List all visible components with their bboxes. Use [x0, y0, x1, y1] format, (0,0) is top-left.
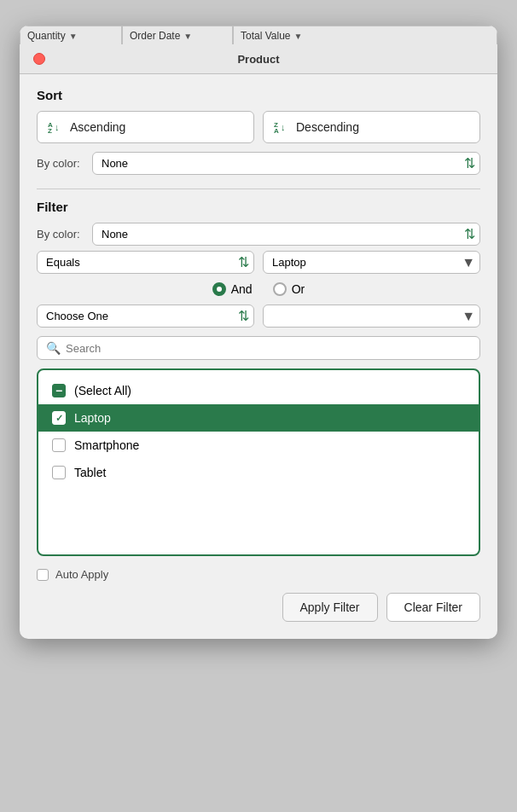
svg-text:↓: ↓: [55, 122, 60, 132]
tablet-item[interactable]: Tablet: [38, 459, 479, 486]
search-icon: 🔍: [46, 341, 61, 355]
or-radio[interactable]: [273, 282, 287, 296]
laptop-label: Laptop: [74, 411, 111, 425]
filter-value-select[interactable]: Laptop Smartphone Tablet: [263, 251, 480, 274]
orderdate-label: Order Date: [130, 30, 180, 42]
auto-apply-checkbox[interactable]: [37, 569, 49, 581]
sort-color-select[interactable]: None: [92, 152, 480, 175]
tablet-checkbox[interactable]: [52, 466, 66, 479]
totalvalue-label: Total Value: [241, 30, 290, 42]
second-filter-row: Choose One Equals Does not equal Begins …: [37, 304, 480, 328]
quantity-col-header[interactable]: Quantity ▼: [20, 26, 122, 46]
tablet-label: Tablet: [74, 466, 106, 479]
title-bar: Product: [20, 44, 497, 74]
value-select-wrapper: Laptop Smartphone Tablet ▼: [263, 251, 480, 274]
filter-color-select-wrapper: None ⇅: [92, 223, 480, 246]
or-option[interactable]: Or: [273, 282, 305, 296]
and-radio[interactable]: [212, 282, 226, 296]
descending-label: Descending: [296, 120, 359, 134]
ascending-icon: A Z ↓: [48, 119, 65, 136]
auto-apply-row: Auto Apply: [37, 568, 480, 581]
select-all-item[interactable]: − (Select All): [38, 377, 479, 404]
search-box: 🔍: [37, 336, 480, 360]
ascending-button[interactable]: A Z ↓ Ascending: [37, 111, 254, 143]
sort-buttons-row: A Z ↓ Ascending Z A ↓: [37, 111, 480, 143]
condition-select-wrapper: Equals Does not equal Begins with Ends w…: [37, 251, 254, 274]
totalvalue-filter-icon: ▼: [293, 32, 302, 41]
laptop-checkbox[interactable]: ✓: [52, 411, 66, 425]
laptop-item[interactable]: ✓ Laptop: [38, 404, 479, 432]
search-input[interactable]: [66, 342, 471, 355]
and-label: And: [231, 282, 253, 296]
second-condition-select[interactable]: Choose One Equals Does not equal Begins …: [37, 304, 254, 328]
descending-button[interactable]: Z A ↓ Descending: [263, 111, 480, 143]
filter-color-row: By color: None ⇅: [37, 223, 480, 246]
svg-text:↓: ↓: [281, 122, 286, 132]
filter-section: Filter By color: None ⇅ Equals Does not …: [37, 200, 480, 622]
filter-condition-row: Equals Does not equal Begins with Ends w…: [37, 251, 480, 274]
second-condition-wrapper: Choose One Equals Does not equal Begins …: [37, 304, 254, 328]
window-title: Product: [237, 53, 279, 66]
filter-window: Quantity ▼ Order Date ▼ Total Value ▼ Pr…: [20, 26, 497, 639]
smartphone-item[interactable]: Smartphone: [38, 432, 479, 459]
filter-label: Filter: [37, 200, 480, 214]
clear-filter-button[interactable]: Clear Filter: [386, 593, 480, 622]
orderdate-filter-icon: ▼: [183, 32, 192, 41]
and-option[interactable]: And: [212, 282, 253, 296]
auto-apply-label: Auto Apply: [55, 568, 108, 581]
apply-filter-button[interactable]: Apply Filter: [282, 593, 378, 622]
and-or-row: And Or: [37, 282, 480, 296]
window-body: Sort A Z ↓ Ascending Z: [20, 74, 497, 639]
smartphone-label: Smartphone: [74, 438, 139, 452]
filter-color-label: By color:: [37, 228, 84, 241]
action-buttons: Apply Filter Clear Filter: [37, 593, 480, 622]
sort-color-row: By color: None ⇅: [37, 152, 480, 175]
select-all-label: (Select All): [74, 384, 131, 397]
second-value-select[interactable]: [263, 304, 480, 328]
close-button[interactable]: [33, 53, 45, 65]
quantity-label: Quantity: [27, 30, 66, 42]
ascending-label: Ascending: [70, 120, 125, 134]
quantity-filter-icon: ▼: [69, 32, 78, 41]
sort-color-label: By color:: [37, 157, 84, 170]
sort-color-select-wrapper: None ⇅: [92, 152, 480, 175]
filter-list: − (Select All) ✓ Laptop Smartphone Table…: [37, 368, 480, 556]
descending-icon: Z A ↓: [274, 119, 291, 136]
svg-text:A: A: [274, 127, 279, 135]
section-divider: [37, 188, 480, 189]
sort-label: Sort: [37, 88, 480, 102]
or-label: Or: [292, 282, 305, 296]
sort-section: Sort A Z ↓ Ascending Z: [37, 88, 480, 175]
spreadsheet-header: Quantity ▼ Order Date ▼ Total Value ▼: [20, 26, 497, 46]
select-all-checkbox[interactable]: −: [52, 384, 66, 397]
totalvalue-col-header[interactable]: Total Value ▼: [233, 26, 497, 46]
orderdate-col-header[interactable]: Order Date ▼: [122, 26, 233, 46]
filter-color-select[interactable]: None: [92, 223, 480, 246]
condition-select[interactable]: Equals Does not equal Begins with Ends w…: [37, 251, 254, 274]
svg-text:Z: Z: [48, 127, 52, 135]
second-value-wrapper: ▼: [263, 304, 480, 328]
smartphone-checkbox[interactable]: [52, 438, 66, 452]
